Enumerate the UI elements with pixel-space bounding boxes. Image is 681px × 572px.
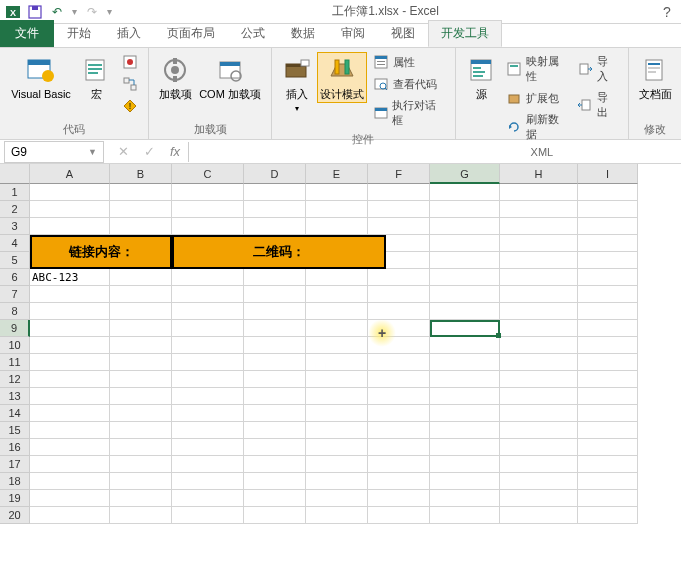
cell-H4[interactable]	[500, 235, 578, 252]
cell-A14[interactable]	[30, 405, 110, 422]
run-dialog-button[interactable]: 执行对话框	[369, 96, 449, 130]
cell-D9[interactable]	[244, 320, 306, 337]
row-header-19[interactable]: 19	[0, 490, 30, 507]
column-header-F[interactable]: F	[368, 164, 430, 184]
cell-I3[interactable]	[578, 218, 638, 235]
cell-A6[interactable]: ABC-123	[30, 269, 110, 286]
cell-G9[interactable]	[430, 320, 500, 337]
visual-basic-button[interactable]: Visual Basic	[6, 52, 76, 103]
cancel-formula-button[interactable]: ✕	[114, 144, 132, 159]
cell-I11[interactable]	[578, 354, 638, 371]
cell-I8[interactable]	[578, 303, 638, 320]
cell-C3[interactable]	[172, 218, 244, 235]
select-all-corner[interactable]	[0, 164, 30, 184]
cell-B19[interactable]	[110, 490, 172, 507]
cell-B2[interactable]	[110, 201, 172, 218]
cell-E18[interactable]	[306, 473, 368, 490]
cell-H12[interactable]	[500, 371, 578, 388]
cell-C19[interactable]	[172, 490, 244, 507]
cell-B9[interactable]	[110, 320, 172, 337]
cell-I5[interactable]	[578, 252, 638, 269]
cell-F1[interactable]	[368, 184, 430, 201]
cell-H17[interactable]	[500, 456, 578, 473]
cell-E1[interactable]	[306, 184, 368, 201]
cell-E2[interactable]	[306, 201, 368, 218]
column-header-I[interactable]: I	[578, 164, 638, 184]
fx-icon[interactable]: fx	[166, 144, 184, 159]
cell-F18[interactable]	[368, 473, 430, 490]
cell-D7[interactable]	[244, 286, 306, 303]
cell-H13[interactable]	[500, 388, 578, 405]
cell-H11[interactable]	[500, 354, 578, 371]
cell-F6[interactable]	[368, 269, 430, 286]
cell-D18[interactable]	[244, 473, 306, 490]
refresh-data-button[interactable]: 刷新数据	[502, 110, 571, 144]
cell-G13[interactable]	[430, 388, 500, 405]
cell-I18[interactable]	[578, 473, 638, 490]
cell-D19[interactable]	[244, 490, 306, 507]
cell-A2[interactable]	[30, 201, 110, 218]
row-header-10[interactable]: 10	[0, 337, 30, 354]
cell-A17[interactable]	[30, 456, 110, 473]
cell-I4[interactable]	[578, 235, 638, 252]
row-header-7[interactable]: 7	[0, 286, 30, 303]
expansion-pack-button[interactable]: 扩展包	[502, 88, 571, 108]
cell-D16[interactable]	[244, 439, 306, 456]
tab-file[interactable]: 文件	[0, 20, 54, 47]
row-header-1[interactable]: 1	[0, 184, 30, 201]
import-button[interactable]: 导入	[574, 52, 622, 86]
cell-A11[interactable]	[30, 354, 110, 371]
cell-G11[interactable]	[430, 354, 500, 371]
cell-A19[interactable]	[30, 490, 110, 507]
cell-A13[interactable]	[30, 388, 110, 405]
cell-B14[interactable]	[110, 405, 172, 422]
cell-C20[interactable]	[172, 507, 244, 524]
cell-G2[interactable]	[430, 201, 500, 218]
cell-F14[interactable]	[368, 405, 430, 422]
cells-grid[interactable]: 链接内容： 二维码： + ABC-123	[30, 184, 638, 524]
cell-E6[interactable]	[306, 269, 368, 286]
tab-view[interactable]: 视图	[378, 20, 428, 47]
cell-G16[interactable]	[430, 439, 500, 456]
merged-cell-link-content[interactable]: 链接内容：	[30, 235, 172, 269]
cell-F3[interactable]	[368, 218, 430, 235]
cell-I12[interactable]	[578, 371, 638, 388]
cell-B8[interactable]	[110, 303, 172, 320]
cell-B17[interactable]	[110, 456, 172, 473]
cell-F9[interactable]	[368, 320, 430, 337]
cell-I15[interactable]	[578, 422, 638, 439]
row-header-6[interactable]: 6	[0, 269, 30, 286]
qat-dropdown-icon[interactable]: ▾	[107, 6, 112, 17]
cell-E9[interactable]	[306, 320, 368, 337]
macros-button[interactable]: 宏	[76, 52, 116, 103]
cell-H2[interactable]	[500, 201, 578, 218]
cell-F11[interactable]	[368, 354, 430, 371]
cell-D15[interactable]	[244, 422, 306, 439]
cell-H16[interactable]	[500, 439, 578, 456]
tab-insert[interactable]: 插入	[104, 20, 154, 47]
cell-I1[interactable]	[578, 184, 638, 201]
row-header-8[interactable]: 8	[0, 303, 30, 320]
tab-developer[interactable]: 开发工具	[428, 20, 502, 47]
cell-D14[interactable]	[244, 405, 306, 422]
cell-I10[interactable]	[578, 337, 638, 354]
column-header-A[interactable]: A	[30, 164, 110, 184]
merged-cell-qrcode[interactable]: 二维码：	[172, 235, 386, 269]
cell-I20[interactable]	[578, 507, 638, 524]
row-header-2[interactable]: 2	[0, 201, 30, 218]
cell-I17[interactable]	[578, 456, 638, 473]
cell-C7[interactable]	[172, 286, 244, 303]
column-header-C[interactable]: C	[172, 164, 244, 184]
help-icon[interactable]: ?	[657, 4, 677, 20]
cell-E10[interactable]	[306, 337, 368, 354]
cell-B16[interactable]	[110, 439, 172, 456]
insert-control-button[interactable]: 插入▾	[278, 52, 317, 117]
cell-B20[interactable]	[110, 507, 172, 524]
cell-F17[interactable]	[368, 456, 430, 473]
view-code-button[interactable]: 查看代码	[369, 74, 449, 94]
cell-E15[interactable]	[306, 422, 368, 439]
cell-D2[interactable]	[244, 201, 306, 218]
cell-G1[interactable]	[430, 184, 500, 201]
cell-E16[interactable]	[306, 439, 368, 456]
cell-E7[interactable]	[306, 286, 368, 303]
